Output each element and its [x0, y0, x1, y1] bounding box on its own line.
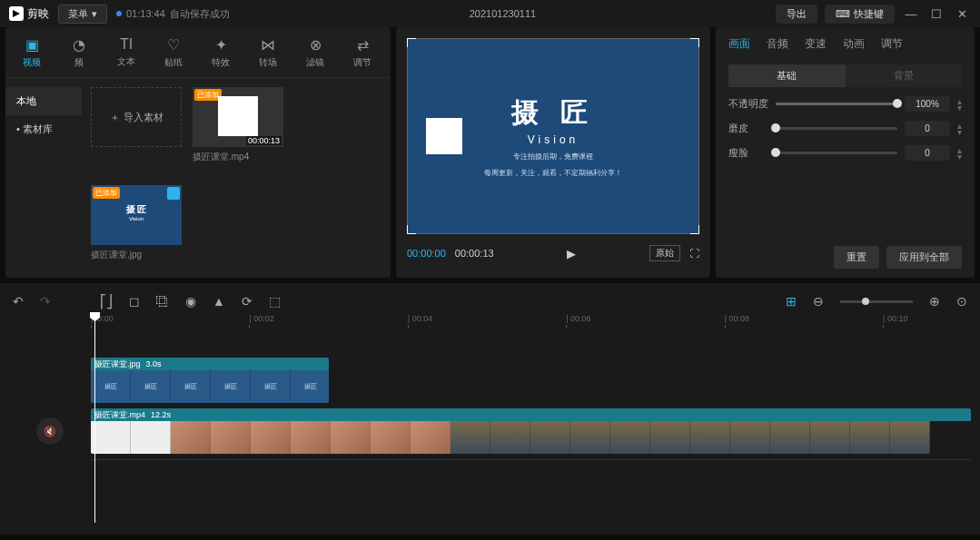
- reset-button[interactable]: 重置: [834, 246, 879, 269]
- preview-line2: 每周更新，关注，观看，不定期福利分享！: [484, 168, 622, 179]
- preview-canvas[interactable]: 摄 匠 Vision 专注拍摄后期，免费课程 每周更新，关注，观看，不定期福利分…: [407, 38, 699, 234]
- track-overlay[interactable]: 摄匠课堂.jpg3.0s 摄匠摄匠摄匠摄匠摄匠摄匠: [91, 358, 971, 403]
- face-stepper[interactable]: ▴▾: [957, 147, 962, 160]
- undo-button[interactable]: ↶: [13, 294, 24, 309]
- apply-all-button[interactable]: 应用到全部: [886, 246, 962, 269]
- redo-button[interactable]: ↷: [40, 294, 51, 309]
- media-filename: 摄匠课堂.mp4: [193, 151, 283, 163]
- timeline-panel: ↶ ↷ ⎡⎦ ◻ ⿻ ◉ ▲ ⟳ ⬚ ⊞ ⊖ ⊕ ⊙ |00:00 | 00:0…: [0, 283, 980, 535]
- copy-button[interactable]: ⿻: [156, 294, 169, 309]
- app-logo: 剪映: [9, 6, 49, 22]
- face-row: 瘦脸 0 ▴▾: [728, 145, 962, 161]
- maximize-button[interactable]: ☐: [927, 7, 945, 21]
- sidebar-library[interactable]: • 素材库: [5, 115, 82, 143]
- media-tabs: ▣视频 ◔频 TI文本 ♡贴纸 ✦特效 ⋈转场 ⊗滤镜 ⇄调节: [5, 27, 391, 78]
- clip-image[interactable]: 摄匠课堂.jpg3.0s 摄匠摄匠摄匠摄匠摄匠摄匠: [91, 358, 329, 403]
- tab-filter[interactable]: ⊗滤镜: [298, 36, 332, 69]
- play-button[interactable]: ▶: [567, 247, 576, 260]
- timeline-toolbar: ↶ ↷ ⎡⎦ ◻ ⿻ ◉ ▲ ⟳ ⬚ ⊞ ⊖ ⊕ ⊙: [0, 289, 980, 314]
- zoom-out-button[interactable]: ⊖: [813, 294, 824, 309]
- transition-icon: ⋈: [261, 36, 275, 54]
- ptab-picture[interactable]: 画面: [728, 36, 750, 52]
- media-item[interactable]: 已添加 00:00:13 摄匠课堂.mp4: [193, 87, 283, 163]
- tab-audio[interactable]: ◔频: [62, 36, 96, 69]
- fullscreen-button[interactable]: ⛶: [689, 248, 699, 259]
- properties-panel: 画面 音频 变速 动画 调节 基础 背景 不透明度 100% ▴▾ 磨皮 0 ▴…: [716, 27, 975, 278]
- ptab-anim[interactable]: 动画: [843, 36, 865, 52]
- skin-value[interactable]: 0: [905, 121, 950, 136]
- property-subtabs: 基础 背景: [728, 64, 962, 87]
- effect-icon: ✦: [215, 36, 227, 54]
- video-icon: ▣: [25, 36, 39, 54]
- zoom-slider[interactable]: [840, 300, 913, 303]
- preview-title: 摄 匠: [511, 94, 595, 132]
- timeline-ruler[interactable]: |00:00 | 00:02 | 00:04 | 00:06 | 00:08 |…: [91, 314, 971, 330]
- skin-stepper[interactable]: ▴▾: [957, 123, 962, 135]
- capcut-icon: [167, 187, 180, 200]
- ratio-button[interactable]: 原始: [649, 245, 680, 261]
- duration-label: 00:00:13: [246, 136, 282, 145]
- text-icon: TI: [120, 36, 133, 53]
- mute-button[interactable]: 🔇: [36, 417, 64, 445]
- media-sidebar: 本地 • 素材库: [5, 78, 82, 278]
- export-button[interactable]: 导出: [776, 5, 817, 24]
- titlebar: 剪映 菜单 ▾ 01:13:44 自动保存成功 202101230111 导出 …: [0, 0, 980, 27]
- added-badge: 已添加: [93, 187, 120, 199]
- zoom-in-button[interactable]: ⊕: [929, 294, 940, 309]
- opacity-stepper[interactable]: ▴▾: [957, 98, 962, 111]
- ptab-adjust[interactable]: 调节: [881, 36, 903, 52]
- split-button[interactable]: ⎡⎦: [100, 294, 113, 309]
- clip-video[interactable]: 摄匠课堂.mp412.2s: [91, 408, 971, 454]
- filter-icon: ⊗: [310, 36, 322, 54]
- adjust-icon: ⇄: [357, 36, 369, 54]
- audio-icon: ◔: [73, 36, 85, 54]
- opacity-slider[interactable]: [776, 103, 897, 105]
- menu-button[interactable]: 菜单 ▾: [58, 5, 107, 24]
- tab-video[interactable]: ▣视频: [15, 36, 49, 69]
- opacity-value[interactable]: 100%: [905, 96, 950, 112]
- opacity-row: 不透明度 100% ▴▾: [728, 96, 962, 112]
- media-grid: ＋导入素材 已添加 00:00:13 摄匠课堂.mp4 已添加 摄 匠: [82, 78, 391, 278]
- media-item[interactable]: 已添加 摄 匠 Vision 摄匠课堂.jpg: [91, 185, 182, 261]
- face-slider[interactable]: [776, 152, 897, 154]
- track-main[interactable]: 🔇 摄匠课堂.mp412.2s: [91, 408, 971, 454]
- minimize-button[interactable]: —: [902, 7, 920, 21]
- media-filename: 摄匠课堂.jpg: [91, 249, 182, 261]
- ptab-audio[interactable]: 音频: [767, 36, 788, 52]
- subtab-basic[interactable]: 基础: [728, 64, 846, 87]
- preview-panel: 摄 匠 Vision 专注拍摄后期，免费课程 每周更新，关注，观看，不定期福利分…: [396, 27, 710, 278]
- tab-text[interactable]: TI文本: [109, 36, 144, 68]
- timeline-tracks: 摄匠课堂.jpg3.0s 摄匠摄匠摄匠摄匠摄匠摄匠 🔇 摄匠课堂.mp412.2…: [91, 358, 971, 460]
- speed-button[interactable]: ◉: [185, 294, 196, 309]
- rotate-button[interactable]: ⟳: [242, 294, 252, 309]
- skin-row: 磨皮 0 ▴▾: [728, 121, 962, 136]
- qr-code: [426, 118, 462, 154]
- crop-button[interactable]: ◻: [129, 294, 140, 309]
- tab-adjust[interactable]: ⇄调节: [345, 36, 380, 69]
- playhead[interactable]: [94, 314, 95, 523]
- preview-subtitle: Vision: [528, 133, 579, 146]
- mirror-button[interactable]: ▲: [213, 294, 225, 309]
- time-current: 00:00:00: [407, 248, 446, 259]
- tab-sticker[interactable]: ♡贴纸: [156, 36, 191, 69]
- media-panel: ▣视频 ◔频 TI文本 ♡贴纸 ✦特效 ⋈转场 ⊗滤镜 ⇄调节 本地 • 素材库…: [5, 27, 391, 278]
- crop2-button[interactable]: ⬚: [269, 294, 281, 309]
- ptab-speed[interactable]: 变速: [805, 36, 827, 52]
- face-value[interactable]: 0: [905, 145, 950, 161]
- snap-button[interactable]: ⊞: [786, 294, 797, 309]
- sidebar-local[interactable]: 本地: [5, 87, 82, 115]
- sticker-icon: ♡: [167, 36, 180, 54]
- tab-effect[interactable]: ✦特效: [203, 36, 238, 69]
- subtab-background[interactable]: 背景: [846, 64, 963, 87]
- tab-transition[interactable]: ⋈转场: [251, 36, 285, 69]
- close-button[interactable]: ✕: [953, 7, 971, 21]
- preview-line1: 专注拍摄后期，免费课程: [513, 152, 593, 162]
- project-title: 202101230111: [239, 8, 767, 19]
- zoom-fit-button[interactable]: ⊙: [956, 294, 967, 309]
- preview-controls: 00:00:00 00:00:13 ▶ 原始 ⛶: [407, 240, 699, 267]
- time-total: 00:00:13: [455, 248, 494, 259]
- skin-slider[interactable]: [776, 127, 897, 130]
- import-button[interactable]: ＋导入素材: [91, 87, 182, 147]
- shortcuts-button[interactable]: ⌨ 快捷键: [825, 5, 895, 24]
- keyboard-icon: ⌨: [836, 8, 850, 20]
